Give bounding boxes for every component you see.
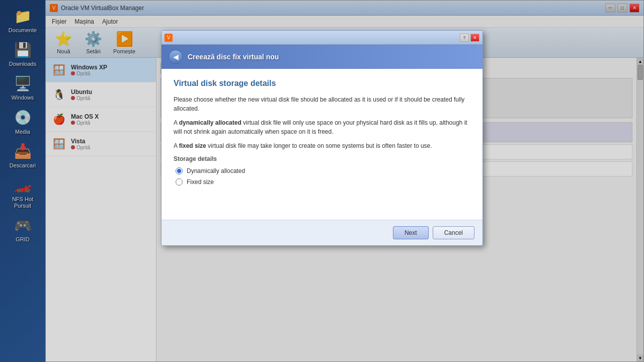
dialog-title-icon: V [165,34,173,42]
radio-dynamically[interactable]: Dynamically allocated [176,167,470,174]
dialog-desc3: A fixed size virtual disk file may take … [174,141,470,150]
dialog-close-button[interactable]: ✕ [470,34,479,42]
dialog-title-buttons: ? ✕ [460,34,479,42]
dynamically-bold: dynamically allocated [179,119,242,126]
dialog-header-title: Creează disc fix virtual nou [188,53,279,61]
back-arrow-button[interactable]: ◀ [169,50,183,64]
radio-fixed-input[interactable] [176,178,183,186]
dialog-desc1: Please choose whether the new virtual di… [174,95,470,113]
dialog-create-disk: V ? ✕ ◀ Creează disc fix virtual nou Vir… [161,30,483,246]
fixed-bold: fixed size [179,142,206,149]
cancel-button[interactable]: Cancel [433,226,474,239]
radio-group: Dynamically allocated Fixed size [174,167,470,186]
desktop: 📁 Documente 💾 Downloads 🖥️ Windows 💿 Med… [0,0,644,362]
storage-details-label: Storage details [174,155,470,162]
dialog-help-button[interactable]: ? [460,34,469,42]
dialog-main-title: Virtual disk storage details [174,79,470,88]
radio-dynamically-input[interactable] [176,167,183,174]
radio-dynamically-label: Dynamically allocated [187,167,245,174]
dialog-titlebar: V ? ✕ [162,31,482,45]
dialog-header-strip: ◀ Creează disc fix virtual nou [162,45,482,69]
dialog-footer: Next Cancel [162,220,482,245]
dialog-overlay: V ? ✕ ◀ Creează disc fix virtual nou Vir… [0,0,644,362]
radio-fixed-label: Fixed size [187,178,214,186]
radio-fixed[interactable]: Fixed size [176,178,470,186]
dialog-desc2: A dynamically allocated virtual disk fil… [174,118,470,136]
next-button[interactable]: Next [393,226,429,239]
dialog-body: Virtual disk storage details Please choo… [162,69,482,220]
